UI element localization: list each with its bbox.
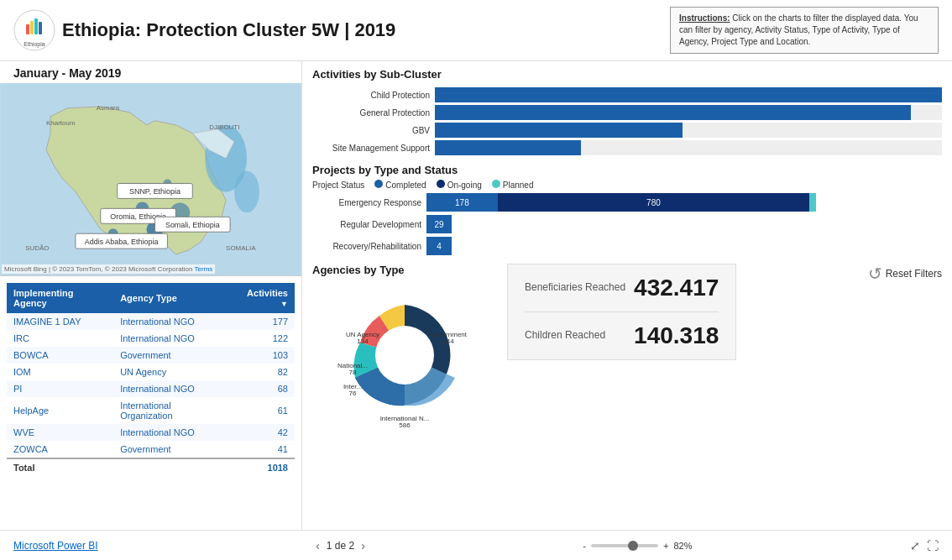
activities-bar-chart[interactable]: Child Protection 375 General Protection … <box>312 87 942 155</box>
projects-title: Projects by Type and Status <box>312 164 942 176</box>
svg-text:Khartoum: Khartoum <box>46 119 76 127</box>
left-panel: January - May 2019 Khartoum Asmara D <box>0 61 302 530</box>
zoom-plus[interactable]: + <box>663 541 668 551</box>
svg-rect-3 <box>34 18 38 34</box>
svg-text:134: 134 <box>357 338 369 345</box>
table-row[interactable]: IMAGINE 1 DAY International NGO 177 <box>7 313 295 330</box>
total-value: 1018 <box>229 458 295 476</box>
reset-filters-button[interactable]: ↺ Reset Filters <box>868 264 942 284</box>
activities-bar-row[interactable]: GBV 183 <box>312 123 942 138</box>
svg-text:Asmara: Asmara <box>97 104 120 112</box>
projects-bar-chart[interactable]: Emergency Response 178780 Regular Develo… <box>312 193 942 255</box>
children-value: 140.318 <box>634 322 719 349</box>
svg-point-8 <box>234 171 259 213</box>
bar-label: Child Protection <box>312 91 430 100</box>
logo-area: Ethiopia Ethiopia: Protection Cluster 5W… <box>13 9 395 51</box>
beneficiaries-value: 432.417 <box>634 275 719 301</box>
project-label: Recovery/Rehabilitation <box>312 242 421 251</box>
activities-bar-row[interactable]: General Protection 352 <box>312 105 942 120</box>
expand-button[interactable]: ⤢ <box>910 539 920 552</box>
content-area: January - May 2019 Khartoum Asmara D <box>0 61 952 530</box>
completed-bar: 4 <box>426 237 452 255</box>
table-row[interactable]: IOM UN Agency 82 <box>7 364 295 380</box>
svg-text:144: 144 <box>442 338 454 345</box>
donut-wrapper[interactable]: UN Agency 134 Government 144 National...… <box>312 280 497 431</box>
legend-label-prefix: Project Status <box>312 181 364 190</box>
instructions-box: Instructions: Click on the charts to fil… <box>670 7 939 54</box>
table-row[interactable]: ZOWCA Government 41 <box>7 441 295 458</box>
activities-bar-row[interactable]: Site Management Support 108 <box>312 140 942 155</box>
total-empty <box>113 458 229 476</box>
donut-svg: UN Agency 134 Government 144 National...… <box>312 280 497 431</box>
svg-point-28 <box>375 326 434 385</box>
zoom-thumb <box>628 541 638 551</box>
activities-bar-row[interactable]: Child Protection 375 <box>312 87 942 102</box>
bar-fill <box>435 87 942 102</box>
agency-type: UN Agency <box>113 364 229 380</box>
map-credit: Microsoft Bing | © 2023 TomTom, © 2023 M… <box>2 264 215 274</box>
agency-table: Implementing Agency Agency Type Activiti… <box>7 283 295 476</box>
next-page-button[interactable]: › <box>361 539 365 552</box>
donut-title: Agencies by Type <box>312 264 497 276</box>
svg-text:SOMALIA: SOMALIA <box>226 244 256 252</box>
col-activities[interactable]: Activities ▼ <box>229 283 295 313</box>
page-indicator: 1 de 2 <box>327 540 354 552</box>
bar-label: General Protection <box>312 108 430 118</box>
powerbi-link[interactable]: Microsoft Power BI <box>13 540 98 552</box>
svg-text:586: 586 <box>399 421 411 429</box>
completed-bar: 29 <box>426 215 452 233</box>
logo-icon: Ethiopia <box>13 9 55 51</box>
reset-label: Reset Filters <box>886 268 942 280</box>
projects-legend: Project Status Completed On-going Planne… <box>312 180 942 190</box>
agency-activities: 61 <box>229 397 295 424</box>
agency-activities: 68 <box>229 380 295 397</box>
map-svg: Khartoum Asmara DJIBOUTI SUDÃO Juba SOMA… <box>0 83 301 275</box>
project-bar-row[interactable]: Recovery/Rehabilitation 4 <box>312 237 942 255</box>
zoom-minus[interactable]: - <box>583 541 586 551</box>
beneficiaries-stat: Beneficiaries Reached 432.417 <box>525 275 719 301</box>
agency-type: International NGO <box>113 424 229 441</box>
agency-activities: 122 <box>229 330 295 347</box>
agency-type: Government <box>113 441 229 458</box>
agency-type: International NGO <box>113 380 229 397</box>
agency-name: ZOWCA <box>7 441 113 458</box>
donut-section: Agencies by Type <box>312 264 497 431</box>
agency-type: International Organization <box>113 397 229 424</box>
fullscreen-button[interactable]: ⛶ <box>927 539 939 552</box>
agency-name: IMAGINE 1 DAY <box>7 313 113 330</box>
bar-track: 352 <box>435 105 942 120</box>
table-row[interactable]: WVE International NGO 42 <box>7 424 295 441</box>
agency-table-area: Implementing Agency Agency Type Activiti… <box>0 276 301 530</box>
agency-name: IRC <box>7 330 113 347</box>
prev-page-button[interactable]: ‹ <box>316 539 320 552</box>
stats-box: Beneficiaries Reached 432.417 Children R… <box>507 264 736 360</box>
table-row[interactable]: HelpAge International Organization 61 <box>7 397 295 424</box>
project-bar-row[interactable]: Regular Development 29 <box>312 215 942 233</box>
children-stat: Children Reached 140.318 <box>525 322 719 349</box>
project-bar-row[interactable]: Emergency Response 178780 <box>312 193 942 212</box>
activities-chart-title: Activities by Sub-Cluster <box>312 68 942 81</box>
bottom-charts: Agencies by Type <box>312 264 942 523</box>
table-row[interactable]: BOWCA Government 103 <box>7 347 295 364</box>
col-agency: Implementing Agency <box>7 283 113 313</box>
reset-area: ↺ Reset Filters <box>746 264 942 284</box>
zoom-slider[interactable] <box>591 544 658 547</box>
svg-rect-4 <box>39 22 42 34</box>
completed-bar: 178 <box>426 193 498 212</box>
agency-name: BOWCA <box>7 347 113 364</box>
beneficiaries-label: Beneficiaries Reached <box>525 281 625 295</box>
map-container[interactable]: Khartoum Asmara DJIBOUTI SUDÃO Juba SOMA… <box>0 83 301 276</box>
agency-name: PI <box>7 380 113 397</box>
agency-name: WVE <box>7 424 113 441</box>
svg-rect-1 <box>26 24 29 34</box>
projects-section: Projects by Type and Status Project Stat… <box>312 164 942 259</box>
table-row[interactable]: PI International NGO 68 <box>7 380 295 397</box>
svg-text:Ethiopia: Ethiopia <box>24 41 44 48</box>
total-label: Total <box>7 458 113 476</box>
pagination: ‹ 1 de 2 › <box>316 539 365 552</box>
legend-planned: Planned <box>492 180 534 190</box>
svg-text:76: 76 <box>349 390 357 397</box>
table-row[interactable]: IRC International NGO 122 <box>7 330 295 347</box>
bar-track: 108 <box>435 140 942 155</box>
footer-bar: Microsoft Power BI ‹ 1 de 2 › - + 82% ⤢ … <box>0 530 952 560</box>
